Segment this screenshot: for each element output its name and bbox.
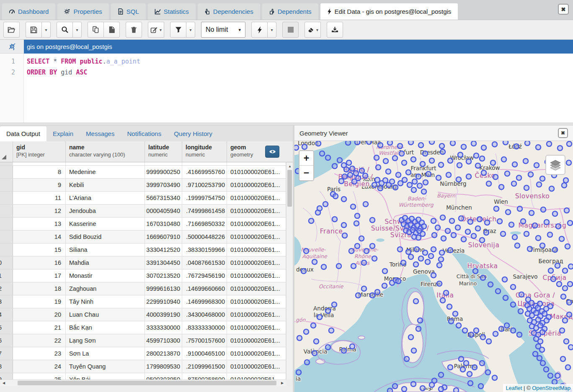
geometry-point-marker[interactable]: [537, 182, 542, 187]
geometry-point-marker[interactable]: [439, 162, 444, 167]
geometry-point-marker[interactable]: [302, 144, 307, 149]
geometry-point-marker[interactable]: [521, 219, 526, 224]
geometry-point-marker[interactable]: [346, 160, 351, 165]
column-header-geom[interactable]: geomgeometry: [227, 141, 289, 162]
table-row[interactable]: 016Mahdia3391304450.04087661530010100002…: [0, 256, 286, 269]
geometry-point-marker[interactable]: [361, 286, 367, 291]
data-cell[interactable]: .41669955760: [182, 166, 227, 178]
geometry-point-marker[interactable]: [411, 348, 416, 353]
data-cell[interactable]: .34300468000: [182, 308, 227, 321]
geometry-point-marker[interactable]: [499, 184, 504, 190]
geometry-point-marker[interactable]: [466, 159, 471, 164]
geometry-point-marker[interactable]: [532, 223, 537, 228]
geometry-point-marker[interactable]: [505, 171, 510, 176]
geometry-point-marker[interactable]: [552, 211, 558, 216]
data-cell[interactable]: 16: [13, 256, 66, 269]
geometry-point-marker[interactable]: [561, 294, 566, 299]
geometry-point-marker[interactable]: [509, 222, 514, 227]
geometry-point-marker[interactable]: [548, 304, 553, 309]
leaflet-link[interactable]: Leaflet: [506, 385, 522, 391]
geometry-point-marker[interactable]: [363, 202, 368, 207]
table-row[interactable]: 521Bắc Kạn3333330000.8333333000001010000…: [0, 321, 286, 334]
geometry-point-marker[interactable]: [461, 237, 466, 242]
geometry-point-marker[interactable]: [475, 226, 480, 231]
table-row[interactable]: 622Lạng Sơn4599710300.757001576000101000…: [0, 334, 286, 347]
table-row[interactable]: 8Medenine9999900250.41669955760010100002…: [0, 166, 286, 179]
geometry-point-marker[interactable]: [459, 216, 464, 221]
geometry-point-marker[interactable]: [512, 162, 517, 167]
filter-dropdown-button[interactable]: ▾: [186, 22, 195, 38]
data-cell[interactable]: .71669850332: [182, 218, 227, 230]
geometry-point-marker[interactable]: [565, 365, 570, 370]
geometry-point-marker[interactable]: [473, 269, 478, 274]
data-cell[interactable]: .75700157600: [182, 334, 227, 347]
delete-row-button[interactable]: [126, 22, 142, 38]
data-cell[interactable]: Luan Chau: [66, 308, 145, 321]
geometry-point-marker[interactable]: [523, 159, 528, 164]
geometry-point-marker[interactable]: [301, 269, 306, 274]
leaflet-map[interactable]: LondonDen HaaKölnErfurtDresdenŁódźWrocła…: [294, 141, 573, 392]
geometry-point-marker[interactable]: [484, 230, 489, 235]
geometry-point-marker[interactable]: [402, 160, 407, 165]
data-cell[interactable]: 1670310480: [145, 218, 182, 230]
row-header-cell[interactable]: 1: [0, 269, 13, 282]
geometry-point-marker[interactable]: [472, 365, 477, 370]
data-cell[interactable]: Kasserine: [66, 218, 145, 230]
geometry-point-marker[interactable]: [458, 152, 463, 157]
geometry-point-marker[interactable]: [359, 168, 364, 173]
data-cell[interactable]: Medenine: [66, 166, 145, 178]
data-cell[interactable]: Jendouba: [66, 205, 145, 217]
execute-dropdown-button[interactable]: ▾: [267, 22, 276, 38]
geometry-point-marker[interactable]: [478, 384, 483, 389]
column-header-gid[interactable]: gid[PK] integer: [13, 141, 66, 162]
results-tab-data-output[interactable]: Data Output: [0, 126, 46, 141]
scroll-up-icon[interactable]: ▲: [286, 163, 293, 169]
geometry-point-marker[interactable]: [460, 367, 465, 372]
geometry-point-marker[interactable]: [428, 254, 434, 259]
geometry-point-marker[interactable]: [506, 210, 511, 215]
table-row[interactable]: 420Luan Chau4000399190.34300468000010100…: [0, 308, 286, 321]
geometry-point-marker[interactable]: [468, 219, 473, 224]
geometry-point-marker[interactable]: [464, 361, 469, 366]
geometry-point-marker[interactable]: [431, 273, 436, 278]
geometry-point-marker[interactable]: [544, 318, 549, 323]
data-cell[interactable]: 0101000020E61...: [227, 308, 286, 321]
geometry-point-marker[interactable]: [560, 328, 565, 333]
geometry-point-marker[interactable]: [462, 328, 467, 333]
table-row[interactable]: 9Kebili3999703490.971002537900101000020E…: [0, 179, 286, 192]
data-cell[interactable]: 0101000020E61...: [227, 282, 286, 295]
geometry-point-marker[interactable]: [314, 339, 319, 344]
row-header-cell[interactable]: 4: [0, 308, 13, 321]
geometry-point-marker[interactable]: [439, 372, 444, 377]
row-header-cell[interactable]: 7: [0, 347, 13, 360]
data-cell[interactable]: Zaghouan: [66, 282, 145, 295]
data-cell[interactable]: 0101000020E61...: [227, 360, 286, 373]
geometry-point-marker[interactable]: [555, 263, 560, 268]
geometry-point-marker[interactable]: [493, 331, 498, 336]
data-cell[interactable]: 1669607910: [145, 231, 182, 243]
map-layers-control[interactable]: [545, 155, 565, 175]
geometry-point-marker[interactable]: [568, 264, 573, 269]
geometry-point-marker[interactable]: [503, 141, 508, 145]
data-cell[interactable]: .38330159966: [182, 243, 227, 256]
geometry-point-marker[interactable]: [453, 311, 458, 316]
geometry-point-marker[interactable]: [497, 219, 502, 224]
geometry-point-marker[interactable]: [439, 143, 444, 149]
geometry-point-marker[interactable]: [474, 328, 479, 333]
row-limit-select[interactable]: No limit ▾: [201, 22, 245, 38]
data-cell[interactable]: 3333330000: [145, 321, 182, 334]
geometry-point-marker[interactable]: [399, 151, 404, 156]
geometry-point-marker[interactable]: [370, 293, 375, 298]
geometry-point-marker[interactable]: [511, 328, 516, 333]
geometry-point-marker[interactable]: [468, 381, 473, 386]
geometry-point-marker[interactable]: [566, 160, 571, 165]
geometry-point-marker[interactable]: [440, 215, 445, 220]
geometry-point-marker[interactable]: [296, 370, 301, 375]
data-cell[interactable]: 22: [13, 334, 66, 347]
geometry-point-marker[interactable]: [304, 249, 309, 254]
geometry-point-marker[interactable]: [406, 170, 411, 175]
geometry-point-marker[interactable]: [465, 229, 470, 234]
column-header-name[interactable]: namecharacter varying (100): [66, 141, 145, 162]
geometry-point-marker[interactable]: [332, 302, 337, 307]
geometry-point-marker[interactable]: [316, 141, 321, 146]
